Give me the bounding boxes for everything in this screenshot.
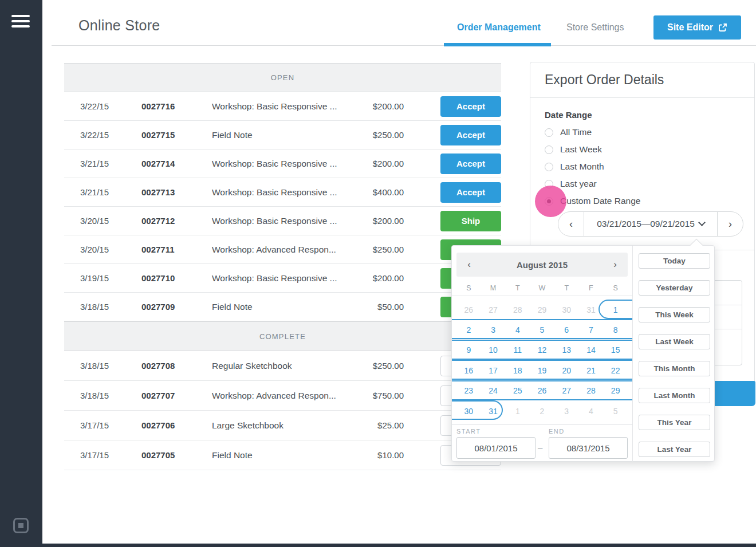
radio-icon[interactable] (545, 197, 553, 206)
calendar-day[interactable]: 29 (603, 381, 628, 401)
calendar-day[interactable]: 18 (505, 360, 530, 380)
order-row: 3/17/150027705Field Note$10.00 (64, 440, 501, 470)
order-total: $50.00 (338, 302, 404, 312)
accept-button[interactable]: Accept (440, 125, 501, 145)
hamburger-menu-icon[interactable] (11, 15, 30, 28)
preset-this-month[interactable]: This Month (639, 361, 710, 376)
calendar-header: August 2015 (456, 253, 628, 277)
radio-label: Custom Date Range (560, 196, 640, 206)
preset-last-week[interactable]: Last Week (639, 334, 710, 349)
tab-order-management[interactable]: Order Management (457, 22, 541, 33)
accept-button[interactable]: Accept (440, 182, 501, 203)
sidebar (0, 0, 42, 547)
calendar-day[interactable]: 4 (579, 401, 604, 421)
calendar-day[interactable]: 11 (505, 340, 530, 360)
site-editor-button[interactable]: Site Editor (653, 15, 741, 40)
calendar-day[interactable]: 23 (456, 381, 481, 401)
order-date: 3/22/15 (80, 130, 141, 140)
prev-month-chevron-left-icon[interactable] (456, 259, 482, 270)
panel-title: Export Order Details (545, 72, 664, 88)
order-total: $750.00 (338, 391, 404, 400)
calendar-day[interactable]: 27 (554, 381, 579, 401)
end-date-input[interactable] (549, 437, 628, 459)
calendar-day[interactable]: 3 (554, 401, 579, 421)
calendar-day[interactable]: 9 (456, 340, 481, 360)
calendar-day[interactable]: 17 (481, 360, 506, 380)
calendar-day[interactable]: 30 (456, 401, 481, 421)
preset-today[interactable]: Today (639, 253, 710, 269)
calendar-day[interactable]: 1 (505, 401, 530, 421)
order-number: 0027707 (141, 391, 212, 400)
calendar-month-label: August 2015 (482, 260, 603, 270)
preset-this-week[interactable]: This Week (639, 307, 710, 322)
order-row: 3/20/150027712Workshop: Basic Responsive… (64, 207, 501, 235)
tab-store-settings[interactable]: Store Settings (566, 22, 624, 33)
chevron-right-icon[interactable] (717, 212, 743, 236)
calendar-day[interactable]: 26 (530, 381, 554, 401)
preset-last-year[interactable]: Last Year (639, 442, 710, 457)
calendar-day[interactable]: 28 (505, 300, 530, 320)
order-row: 3/22/150027715Field Note$250.00Accept (64, 121, 501, 149)
order-row: 3/19/150027710Workshop: Basic Responsive… (64, 264, 501, 293)
radio-icon[interactable] (545, 145, 553, 154)
calendar-day[interactable]: 31 (579, 300, 604, 320)
calendar-day[interactable]: 2 (530, 401, 554, 421)
calendar-day[interactable]: 21 (579, 360, 604, 380)
calendar-day[interactable]: 25 (505, 381, 530, 401)
radio-option-custom-date-range[interactable]: Custom Date Range (545, 196, 640, 206)
order-number: 0027716 (141, 101, 212, 111)
calendar-day[interactable]: 27 (481, 300, 506, 320)
calendar-day[interactable]: 16 (456, 360, 481, 380)
radio-option-all-time[interactable]: All Time (545, 128, 640, 137)
calendar-day[interactable]: 15 (603, 340, 628, 360)
calendar-day[interactable]: 30 (554, 300, 579, 320)
calendar-day[interactable]: 28 (579, 381, 604, 401)
date-range-selector[interactable]: 03/21/2015—09/21/2015 (558, 211, 743, 237)
calendar-day[interactable]: 29 (530, 300, 554, 320)
preset-last-month[interactable]: Last Month (639, 388, 710, 403)
order-number: 0027713 (141, 187, 212, 197)
order-product: Workshop: Basic Responsive ... (212, 159, 338, 169)
calendar-day[interactable]: 19 (530, 360, 554, 380)
radio-option-last-year[interactable]: Last year (545, 179, 640, 188)
order-product: Workshop: Basic Responsive ... (212, 216, 338, 226)
calendar-day[interactable]: 10 (481, 340, 506, 360)
calendar-day[interactable]: 4 (505, 320, 530, 340)
calendar-day[interactable]: 12 (530, 340, 554, 360)
calendar-day[interactable]: 2 (456, 320, 481, 340)
calendar-day[interactable]: 5 (603, 401, 628, 421)
radio-icon[interactable] (545, 180, 553, 188)
calendar-day[interactable]: 20 (554, 360, 579, 380)
calendar-day[interactable]: 24 (481, 381, 506, 401)
calendar-day[interactable]: 1 (603, 300, 628, 320)
order-date: 3/21/15 (80, 187, 141, 197)
calendar-day[interactable]: 3 (481, 320, 506, 340)
radio-option-last-month[interactable]: Last Month (545, 162, 640, 171)
calendar-day[interactable]: 7 (579, 320, 604, 340)
radio-option-last-week[interactable]: Last Week (545, 145, 640, 154)
order-row: 3/18/150027708Regular Sketchbook$250.00 (64, 351, 501, 381)
chevron-down-icon (698, 219, 706, 226)
order-number: 0027705 (141, 450, 212, 460)
order-number: 0027715 (141, 130, 212, 140)
order-date: 3/18/15 (80, 302, 141, 312)
calendar-day[interactable]: 22 (603, 360, 628, 380)
order-product: Regular Sketchbook (212, 361, 338, 371)
calendar-day[interactable]: 8 (603, 320, 628, 340)
preset-this-year[interactable]: This Year (639, 415, 710, 430)
calendar-day[interactable]: 6 (554, 320, 579, 340)
calendar-day[interactable]: 26 (456, 300, 481, 320)
calendar-day[interactable]: 31 (481, 401, 506, 421)
calendar-day[interactable]: 5 (530, 320, 554, 340)
radio-icon[interactable] (545, 128, 553, 137)
calendar-day[interactable]: 13 (554, 340, 579, 360)
calendar-day[interactable]: 14 (579, 340, 604, 360)
accept-button[interactable]: Accept (440, 154, 501, 174)
chevron-left-icon[interactable] (558, 212, 584, 236)
next-month-chevron-right-icon[interactable] (603, 259, 628, 270)
radio-icon[interactable] (545, 163, 553, 171)
ship-button[interactable]: Ship (440, 211, 501, 231)
preset-yesterday[interactable]: Yesterday (639, 280, 710, 296)
start-date-input[interactable] (456, 437, 536, 459)
accept-button[interactable]: Accept (440, 96, 501, 117)
